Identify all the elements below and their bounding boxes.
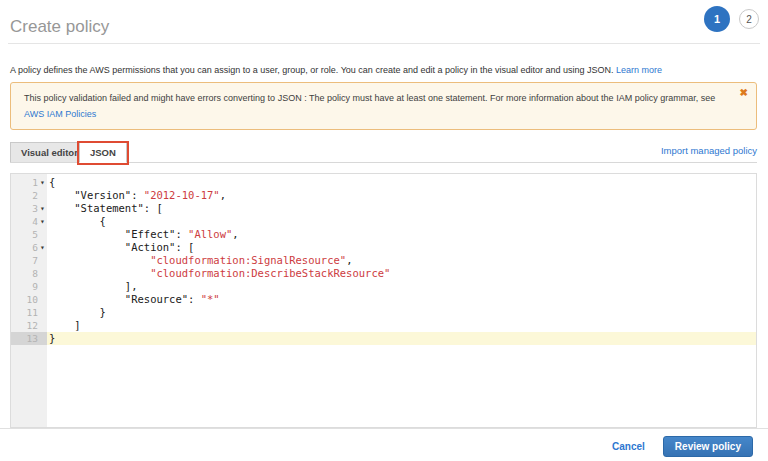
fold-toggle-icon[interactable]: ▾ xyxy=(40,241,45,254)
gutter-cell: 13 xyxy=(11,332,47,345)
gutter-cell: 7 xyxy=(11,254,47,267)
code-line: 8 "cloudformation:DescribeStackResource" xyxy=(11,267,756,280)
gutter-cell: 8 xyxy=(11,267,47,280)
code-line: 4▾ { xyxy=(11,215,756,228)
json-plain-token: { xyxy=(49,215,106,227)
line-number: 7 xyxy=(11,254,38,267)
fold-toggle-icon[interactable]: ▾ xyxy=(40,176,45,189)
code-line: 2 "Version": "2012-10-17", xyxy=(11,189,756,202)
import-managed-policy-link[interactable]: Import managed policy xyxy=(661,145,757,156)
code-text: } xyxy=(47,332,756,345)
gutter-cell: 12 xyxy=(11,319,47,332)
gutter-cell: 1▾ xyxy=(11,176,47,189)
json-string-token: "*" xyxy=(201,293,220,305)
json-string-token: "cloudformation:SignalResource" xyxy=(150,254,346,266)
intro-text: A policy defines the AWS permissions tha… xyxy=(10,64,760,76)
code-line: 7 "cloudformation:SignalResource", xyxy=(11,254,756,267)
json-plain-token: , xyxy=(346,254,352,266)
gutter-cell: 2 xyxy=(11,189,47,202)
line-number: 3 xyxy=(11,202,38,215)
code-line: 12 ] xyxy=(11,319,756,332)
code-text: ], xyxy=(47,280,756,293)
json-policy-editor[interactable]: 1▾{2 "Version": "2012-10-17",3▾ "Stateme… xyxy=(10,173,757,428)
intro-text-body: A policy defines the AWS permissions tha… xyxy=(10,65,616,75)
step-2-indicator: 2 xyxy=(739,9,759,29)
code-line: 9 ], xyxy=(11,280,756,293)
line-number: 4 xyxy=(11,215,38,228)
fold-toggle-icon[interactable]: ▾ xyxy=(40,215,45,228)
json-plain-token: } xyxy=(49,332,55,344)
line-number: 11 xyxy=(11,306,38,319)
fold-toggle-icon[interactable]: ▾ xyxy=(40,202,45,215)
line-number: 12 xyxy=(11,319,38,332)
editor-content[interactable]: 1▾{2 "Version": "2012-10-17",3▾ "Stateme… xyxy=(11,174,756,427)
gutter-cell: 3▾ xyxy=(11,202,47,215)
gutter-cell: 10 xyxy=(11,293,47,306)
code-text: "Effect": "Allow", xyxy=(47,228,756,241)
gutter-cell: 11 xyxy=(11,306,47,319)
tab-visual-editor[interactable]: Visual editor xyxy=(10,142,89,162)
json-plain-token: "Action": [ xyxy=(49,241,194,253)
json-string-token: "cloudformation:DescribeStackResource" xyxy=(150,267,390,279)
code-text: ] xyxy=(47,319,756,332)
code-line: 13} xyxy=(11,332,756,345)
gutter-cell: 5 xyxy=(11,228,47,241)
json-string-token: "Allow" xyxy=(188,228,232,240)
json-plain-token: "Statement": [ xyxy=(49,202,163,214)
code-text: "cloudformation:DescribeStackResource" xyxy=(47,267,756,280)
code-line: 6▾ "Action": [ xyxy=(11,241,756,254)
code-text: } xyxy=(47,306,756,319)
footer-divider xyxy=(0,428,768,429)
json-plain-token: "Version": xyxy=(49,189,144,201)
json-plain-token: "Resource": xyxy=(49,293,201,305)
json-plain-token: } xyxy=(49,306,106,318)
json-plain-token: "Effect": xyxy=(49,228,188,240)
json-plain-token: ] xyxy=(49,319,81,331)
step-1-indicator: 1 xyxy=(704,6,730,32)
line-number: 5 xyxy=(11,228,38,241)
code-text: "Version": "2012-10-17", xyxy=(47,189,756,202)
tab-json[interactable]: JSON xyxy=(79,142,127,163)
line-number: 2 xyxy=(11,189,38,202)
json-plain-token: , xyxy=(232,228,238,240)
code-line: 10 "Resource": "*" xyxy=(11,293,756,306)
code-line: 5 "Effect": "Allow", xyxy=(11,228,756,241)
line-number: 13 xyxy=(11,332,38,345)
code-text: "Action": [ xyxy=(47,241,756,254)
line-number: 8 xyxy=(11,267,38,280)
json-plain-token: { xyxy=(49,176,55,188)
gutter-cell: 6▾ xyxy=(11,241,47,254)
line-number: 1 xyxy=(11,176,38,189)
code-line: 11 } xyxy=(11,306,756,319)
json-plain-token: , xyxy=(220,189,226,201)
learn-more-link[interactable]: Learn more xyxy=(616,65,662,75)
alert-message: This policy validation failed and might … xyxy=(24,93,715,103)
gutter-cell: 9 xyxy=(11,280,47,293)
page-title: Create policy xyxy=(10,17,109,37)
line-number: 10 xyxy=(11,293,38,306)
code-text: { xyxy=(47,215,756,228)
code-line: 3▾ "Statement": [ xyxy=(11,202,756,215)
review-policy-button[interactable]: Review policy xyxy=(663,436,753,457)
cancel-button[interactable]: Cancel xyxy=(612,441,645,452)
aws-iam-policies-link[interactable]: AWS IAM Policies xyxy=(24,109,96,119)
json-plain-token: ], xyxy=(49,280,138,292)
code-text: { xyxy=(47,176,756,189)
gutter-cell: 4▾ xyxy=(11,215,47,228)
json-plain-token xyxy=(49,267,150,279)
code-line: 1▾{ xyxy=(11,176,756,189)
tab-strip: Visual editor JSON Import managed policy xyxy=(10,142,757,163)
alert-close-icon[interactable]: ✖ xyxy=(740,88,748,98)
line-number: 9 xyxy=(11,280,38,293)
tab-json-label: JSON xyxy=(90,147,116,158)
code-text: "Statement": [ xyxy=(47,202,756,215)
line-number: 6 xyxy=(11,241,38,254)
code-text: "cloudformation:SignalResource", xyxy=(47,254,756,267)
json-plain-token xyxy=(49,254,150,266)
footer-actions: Cancel Review policy xyxy=(612,436,753,457)
header-divider xyxy=(8,43,760,44)
json-string-token: "2012-10-17" xyxy=(144,189,220,201)
code-text: "Resource": "*" xyxy=(47,293,756,306)
validation-alert: This policy validation failed and might … xyxy=(10,82,757,130)
